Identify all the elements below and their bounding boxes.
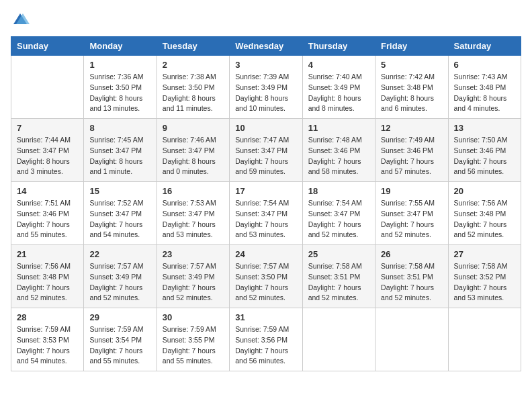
day-number: 22 [89,249,150,259]
day-number: 19 [381,186,442,196]
calendar-week-row: 1Sunrise: 7:36 AMSunset: 3:50 PMDaylight… [11,56,521,119]
calendar-cell: 26Sunrise: 7:58 AMSunset: 3:51 PMDayligh… [375,245,448,308]
calendar-cell: 13Sunrise: 7:50 AMSunset: 3:46 PMDayligh… [448,119,521,182]
calendar-week-row: 21Sunrise: 7:56 AMSunset: 3:48 PMDayligh… [11,245,521,308]
calendar-cell: 25Sunrise: 7:58 AMSunset: 3:51 PMDayligh… [302,245,375,308]
day-info: Sunrise: 7:54 AMSunset: 3:47 PMDaylight:… [308,198,369,240]
weekday-header-friday: Friday [375,37,448,56]
day-number: 7 [17,123,78,133]
weekday-header-thursday: Thursday [302,37,375,56]
calendar-cell [11,56,84,119]
calendar-cell [302,308,375,371]
day-info: Sunrise: 7:55 AMSunset: 3:47 PMDaylight:… [381,198,442,240]
day-number: 20 [454,186,515,196]
weekday-header-monday: Monday [84,37,157,56]
day-number: 14 [17,186,78,196]
calendar-week-row: 28Sunrise: 7:59 AMSunset: 3:53 PMDayligh… [11,308,521,371]
day-number: 18 [308,186,369,196]
day-number: 3 [235,60,296,70]
day-info: Sunrise: 7:42 AMSunset: 3:48 PMDaylight:… [381,72,442,114]
calendar-cell: 24Sunrise: 7:57 AMSunset: 3:50 PMDayligh… [230,245,302,308]
calendar-cell: 11Sunrise: 7:48 AMSunset: 3:46 PMDayligh… [302,119,375,182]
calendar-week-row: 7Sunrise: 7:44 AMSunset: 3:47 PMDaylight… [11,119,521,182]
day-info: Sunrise: 7:54 AMSunset: 3:47 PMDaylight:… [235,198,296,240]
calendar-cell: 5Sunrise: 7:42 AMSunset: 3:48 PMDaylight… [375,56,448,119]
day-info: Sunrise: 7:50 AMSunset: 3:46 PMDaylight:… [454,135,515,177]
calendar-table: SundayMondayTuesdayWednesdayThursdayFrid… [11,36,521,371]
day-number: 12 [381,123,442,133]
calendar-cell: 3Sunrise: 7:39 AMSunset: 3:49 PMDaylight… [230,56,302,119]
day-number: 21 [17,249,78,259]
day-info: Sunrise: 7:45 AMSunset: 3:47 PMDaylight:… [89,135,150,177]
day-info: Sunrise: 7:39 AMSunset: 3:49 PMDaylight:… [235,72,296,114]
day-info: Sunrise: 7:56 AMSunset: 3:48 PMDaylight:… [17,261,78,304]
day-info: Sunrise: 7:58 AMSunset: 3:51 PMDaylight:… [381,261,442,304]
weekday-header-tuesday: Tuesday [157,37,229,56]
day-info: Sunrise: 7:59 AMSunset: 3:56 PMDaylight:… [235,324,296,367]
calendar-cell: 14Sunrise: 7:51 AMSunset: 3:46 PMDayligh… [11,182,84,245]
calendar-cell: 6Sunrise: 7:43 AMSunset: 3:48 PMDaylight… [448,56,521,119]
day-info: Sunrise: 7:57 AMSunset: 3:50 PMDaylight:… [235,261,296,304]
day-info: Sunrise: 7:57 AMSunset: 3:49 PMDaylight:… [89,261,150,304]
day-info: Sunrise: 7:51 AMSunset: 3:46 PMDaylight:… [17,198,78,240]
calendar-cell: 2Sunrise: 7:38 AMSunset: 3:50 PMDaylight… [157,56,229,119]
day-info: Sunrise: 7:49 AMSunset: 3:46 PMDaylight:… [381,135,442,177]
day-number: 8 [89,123,150,133]
day-info: Sunrise: 7:53 AMSunset: 3:47 PMDaylight:… [163,198,224,240]
calendar-cell: 23Sunrise: 7:57 AMSunset: 3:49 PMDayligh… [157,245,229,308]
weekday-header-saturday: Saturday [448,37,521,56]
day-number: 24 [235,249,296,259]
day-info: Sunrise: 7:58 AMSunset: 3:52 PMDaylight:… [454,261,515,304]
day-number: 4 [308,60,369,70]
day-info: Sunrise: 7:36 AMSunset: 3:50 PMDaylight:… [89,72,150,114]
calendar-cell [448,308,521,371]
day-number: 15 [89,186,150,196]
weekday-header-row: SundayMondayTuesdayWednesdayThursdayFrid… [11,37,521,56]
day-number: 27 [454,249,515,259]
day-number: 5 [381,60,442,70]
calendar-cell: 30Sunrise: 7:59 AMSunset: 3:55 PMDayligh… [157,308,229,371]
day-number: 26 [381,249,442,259]
calendar-cell: 31Sunrise: 7:59 AMSunset: 3:56 PMDayligh… [230,308,302,371]
day-number: 13 [454,123,515,133]
calendar-cell: 22Sunrise: 7:57 AMSunset: 3:49 PMDayligh… [84,245,157,308]
calendar-cell: 1Sunrise: 7:36 AMSunset: 3:50 PMDaylight… [84,56,157,119]
page-header [11,11,521,30]
calendar-cell: 20Sunrise: 7:56 AMSunset: 3:48 PMDayligh… [448,182,521,245]
weekday-header-wednesday: Wednesday [230,37,302,56]
day-number: 1 [89,60,150,70]
day-info: Sunrise: 7:48 AMSunset: 3:46 PMDaylight:… [308,135,369,177]
logo [11,11,32,30]
day-info: Sunrise: 7:59 AMSunset: 3:55 PMDaylight:… [163,324,224,367]
day-number: 23 [163,249,224,259]
day-number: 9 [163,123,224,133]
day-number: 29 [89,312,150,322]
calendar-cell: 18Sunrise: 7:54 AMSunset: 3:47 PMDayligh… [302,182,375,245]
calendar-cell: 9Sunrise: 7:46 AMSunset: 3:47 PMDaylight… [157,119,229,182]
day-number: 30 [163,312,224,322]
day-number: 11 [308,123,369,133]
day-number: 17 [235,186,296,196]
day-number: 2 [163,60,224,70]
day-number: 6 [454,60,515,70]
logo-icon [11,11,30,30]
calendar-cell: 15Sunrise: 7:52 AMSunset: 3:47 PMDayligh… [84,182,157,245]
day-info: Sunrise: 7:46 AMSunset: 3:47 PMDaylight:… [163,135,224,177]
day-info: Sunrise: 7:59 AMSunset: 3:54 PMDaylight:… [89,324,150,367]
day-info: Sunrise: 7:58 AMSunset: 3:51 PMDaylight:… [308,261,369,304]
calendar-cell: 12Sunrise: 7:49 AMSunset: 3:46 PMDayligh… [375,119,448,182]
day-info: Sunrise: 7:40 AMSunset: 3:49 PMDaylight:… [308,72,369,114]
day-info: Sunrise: 7:44 AMSunset: 3:47 PMDaylight:… [17,135,78,177]
calendar-cell: 27Sunrise: 7:58 AMSunset: 3:52 PMDayligh… [448,245,521,308]
day-number: 25 [308,249,369,259]
day-number: 16 [163,186,224,196]
day-number: 31 [235,312,296,322]
day-info: Sunrise: 7:43 AMSunset: 3:48 PMDaylight:… [454,72,515,114]
calendar-cell [375,308,448,371]
calendar-cell: 19Sunrise: 7:55 AMSunset: 3:47 PMDayligh… [375,182,448,245]
calendar-week-row: 14Sunrise: 7:51 AMSunset: 3:46 PMDayligh… [11,182,521,245]
calendar-cell: 4Sunrise: 7:40 AMSunset: 3:49 PMDaylight… [302,56,375,119]
day-info: Sunrise: 7:57 AMSunset: 3:49 PMDaylight:… [163,261,224,304]
calendar-cell: 21Sunrise: 7:56 AMSunset: 3:48 PMDayligh… [11,245,84,308]
day-info: Sunrise: 7:59 AMSunset: 3:53 PMDaylight:… [17,324,78,367]
